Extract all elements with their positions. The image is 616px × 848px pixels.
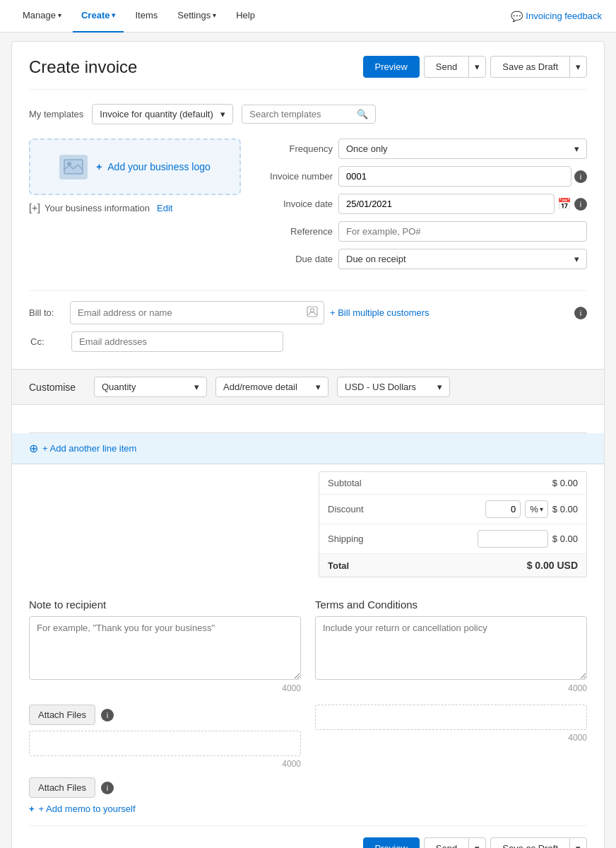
total-value: $ 0.00 USD — [527, 560, 578, 571]
frequency-row: Frequency Once only ▾ — [255, 139, 587, 159]
chevron-down-icon: ▾ — [213, 11, 216, 19]
discount-row: Discount % ▾ $ 0.00 — [319, 495, 586, 524]
terms-textarea[interactable] — [315, 616, 587, 680]
search-icon: 🔍 — [357, 109, 368, 119]
chevron-down-icon: ▾ — [58, 11, 61, 19]
preview-button-top[interactable]: Preview — [363, 56, 420, 78]
invoice-fields: Frequency Once only ▾ Invoice number i I… — [255, 139, 587, 276]
attach-char-1: 4000 — [29, 759, 301, 769]
bill-to-row: Bill to: + Bill multiple customers i — [29, 301, 587, 324]
discount-type-select[interactable]: % ▾ — [525, 500, 548, 518]
save-draft-dropdown-arrow-bottom[interactable]: ▾ — [569, 837, 587, 848]
attach-files-button-1[interactable]: Attach Files — [29, 705, 95, 725]
subtotal-value: $ 0.00 — [552, 478, 578, 488]
notes-section: Note to recipient 4000 Terms and Conditi… — [29, 599, 587, 693]
chevron-down-icon: ▾ — [112, 11, 115, 19]
form-section: + Add your business logo [+] Your busine… — [29, 139, 587, 276]
save-draft-button-top[interactable]: Save as Draft — [490, 56, 569, 78]
totals-table: Subtotal $ 0.00 Discount % ▾ $ 0.00 Ship… — [319, 471, 587, 577]
invoice-date-info-icon[interactable]: i — [574, 198, 587, 211]
plus-icon: + — [29, 803, 35, 814]
expand-icon: [+] — [29, 202, 40, 213]
svg-point-3 — [311, 309, 314, 312]
chevron-down-icon: ▾ — [220, 109, 225, 119]
invoice-number-row: Invoice number i — [255, 166, 587, 187]
totals-section: Subtotal $ 0.00 Discount % ▾ $ 0.00 Ship… — [29, 464, 587, 584]
note-title: Note to recipient — [29, 599, 301, 611]
edit-business-info-link[interactable]: Edit — [157, 203, 172, 213]
invoice-number-input[interactable] — [338, 166, 571, 187]
currency-select[interactable]: USD - US Dollars ▾ — [337, 377, 450, 397]
plus-circle-icon: ⊕ — [29, 442, 38, 455]
invoice-number-info-icon[interactable]: i — [574, 170, 587, 183]
due-date-label: Due date — [255, 254, 333, 264]
nav-items: Manage ▾ Create ▾ Items Settings ▾ Help — [14, 0, 511, 33]
cc-input[interactable] — [71, 331, 283, 352]
bill-to-info-icon[interactable]: i — [574, 307, 587, 319]
total-row: Total $ 0.00 USD — [319, 554, 586, 577]
chevron-down-icon: ▾ — [574, 143, 579, 154]
save-draft-dropdown-arrow[interactable]: ▾ — [569, 56, 587, 78]
send-dropdown-arrow-bottom[interactable]: ▾ — [468, 837, 486, 848]
nav-help[interactable]: Help — [227, 0, 263, 33]
chevron-down-icon: ▾ — [574, 254, 579, 264]
customise-bar: Customise Quantity ▾ Add/remove detail ▾… — [12, 369, 604, 405]
due-date-row: Due date Due on receipt ▾ — [255, 249, 587, 269]
discount-value: $ 0.00 — [552, 504, 578, 514]
template-select[interactable]: Invoice for quantity (default) ▾ — [92, 104, 233, 124]
bottom-actions: Preview Send ▾ Save as Draft ▾ — [29, 825, 587, 848]
due-date-select[interactable]: Due on receipt ▾ — [338, 249, 587, 269]
note-char-count: 4000 — [29, 683, 301, 693]
reference-input[interactable] — [338, 221, 587, 242]
discount-input[interactable] — [485, 500, 521, 518]
note-to-recipient-block: Note to recipient 4000 — [29, 599, 301, 693]
shipping-label: Shipping — [328, 534, 364, 544]
attach-row-2: Attach Files i — [29, 777, 587, 798]
frequency-select[interactable]: Once only ▾ — [338, 139, 587, 159]
calendar-icon[interactable]: 📅 — [557, 197, 571, 211]
attach-files-button-2[interactable]: Attach Files — [29, 777, 95, 798]
attach-drop-zone-2[interactable] — [315, 705, 587, 730]
cc-row: Cc: — [29, 331, 587, 352]
invoice-date-input[interactable] — [338, 194, 555, 214]
send-button-top[interactable]: Send — [424, 56, 468, 78]
shipping-input[interactable] — [478, 530, 548, 548]
search-templates-input[interactable] — [249, 109, 353, 119]
terms-char-count: 4000 — [315, 683, 587, 693]
main-content: Create invoice Preview Send ▾ Save as Dr… — [11, 41, 605, 848]
save-draft-button-bottom[interactable]: Save as Draft — [490, 837, 569, 848]
attach-right: 4000 — [315, 705, 587, 743]
bill-multiple-link[interactable]: + Bill multiple customers — [330, 307, 430, 318]
bill-to-input[interactable] — [71, 303, 301, 322]
add-logo-text: + Add your business logo — [96, 161, 211, 172]
discount-inputs: % ▾ $ 0.00 — [485, 500, 578, 518]
add-line-item-button[interactable]: ⊕ + Add another line item — [12, 433, 604, 464]
reference-row: Reference — [255, 221, 587, 242]
business-info-row: [+] Your business information Edit — [29, 202, 241, 213]
invoicing-feedback-link[interactable]: 💬 Invoicing feedback — [511, 11, 602, 22]
send-dropdown-arrow[interactable]: ▾ — [468, 56, 486, 78]
templates-row: My templates Invoice for quantity (defau… — [29, 104, 587, 124]
send-button-group-bottom: Send ▾ — [424, 837, 486, 848]
nav-manage[interactable]: Manage ▾ — [14, 0, 70, 33]
note-textarea[interactable] — [29, 616, 301, 680]
detail-select[interactable]: Add/remove detail ▾ — [215, 377, 328, 397]
add-memo-row[interactable]: + + Add memo to yourself — [29, 803, 587, 814]
preview-button-bottom[interactable]: Preview — [363, 837, 420, 848]
attach-info-icon[interactable]: i — [101, 709, 114, 722]
quantity-select[interactable]: Quantity ▾ — [94, 377, 207, 397]
subtotal-row: Subtotal $ 0.00 — [319, 472, 586, 495]
attach-drop-zone-1[interactable] — [29, 731, 301, 756]
send-button-bottom[interactable]: Send — [424, 837, 468, 848]
nav-settings[interactable]: Settings ▾ — [169, 0, 225, 33]
attach-info-icon-2[interactable]: i — [101, 782, 114, 794]
search-templates-box: 🔍 — [242, 105, 376, 124]
attach-row-1: Attach Files i — [29, 705, 301, 725]
page-title: Create invoice — [29, 57, 137, 77]
logo-upload-box[interactable]: + Add your business logo — [29, 139, 241, 195]
nav-items-menu[interactable]: Items — [126, 0, 166, 33]
terms-title: Terms and Conditions — [315, 599, 587, 611]
invoice-date-label: Invoice date — [255, 199, 333, 209]
nav-create[interactable]: Create ▾ — [73, 0, 124, 33]
bill-to-label: Bill to: — [29, 307, 64, 318]
